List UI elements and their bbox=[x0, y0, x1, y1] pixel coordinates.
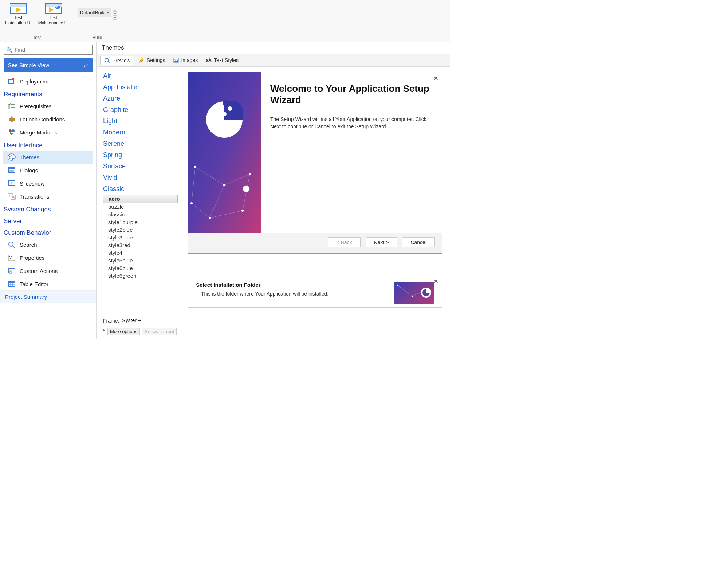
main-body: 🔍 See Simple View ⇄ Deployment Requireme… bbox=[0, 42, 450, 339]
image-icon bbox=[173, 57, 179, 63]
svg-rect-20 bbox=[8, 168, 15, 169]
sidebar-item-label: Search bbox=[20, 242, 37, 248]
back-button[interactable]: < Back bbox=[328, 237, 360, 247]
theme-category[interactable]: Graphite bbox=[103, 104, 178, 116]
close-icon[interactable]: ✕ bbox=[433, 74, 438, 82]
svg-rect-47 bbox=[188, 72, 261, 233]
tab-label: Preview bbox=[112, 58, 130, 63]
wizard-install-folder: ✕ Select Installation Folder This is the… bbox=[188, 276, 442, 308]
app-root: Test Installation UI Test Maintenance UI… bbox=[0, 0, 450, 339]
svg-point-12 bbox=[9, 129, 12, 132]
sidebar-item-search[interactable]: Search bbox=[0, 238, 96, 251]
tab-settings[interactable]: Settings bbox=[135, 55, 169, 65]
ribbon-group-test: Test Installation UI Test Maintenance UI… bbox=[0, 0, 74, 42]
test-installation-ui-button[interactable]: Test Installation UI bbox=[4, 2, 33, 27]
svg-point-13 bbox=[12, 129, 15, 132]
ribbon-group-test-label: Test bbox=[33, 34, 41, 41]
pencil-icon bbox=[139, 57, 145, 63]
sidebar-item-custom-actions[interactable]: Custom Actions bbox=[0, 264, 96, 277]
content-body: AirApp InstallerAzureGraphiteLightModern… bbox=[97, 67, 450, 339]
svg-point-63 bbox=[222, 112, 227, 116]
theme-variant[interactable]: style6green bbox=[103, 272, 178, 280]
sidebar-item-label: Dialogs bbox=[20, 167, 38, 173]
theme-variant[interactable]: style5blue bbox=[103, 257, 178, 264]
theme-variant[interactable]: style3blue bbox=[103, 234, 178, 241]
sidebar-item-label: Slideshow bbox=[20, 180, 44, 187]
svg-text:?: ? bbox=[11, 116, 13, 119]
svg-text:V=: V= bbox=[9, 256, 14, 260]
ribbon-group-build-label: Build bbox=[93, 34, 102, 41]
sidebar-item-launch-conditions[interactable]: ? Launch Conditions bbox=[0, 113, 96, 126]
table-icon bbox=[7, 280, 16, 288]
build-spinner-up[interactable]: ▴ bbox=[113, 8, 117, 12]
test-maintenance-ui-button[interactable]: Test Maintenance UI bbox=[37, 2, 70, 27]
sidebar-project-summary[interactable]: Project Summary bbox=[0, 290, 96, 303]
svg-point-15 bbox=[9, 156, 11, 157]
tab-images[interactable]: Images bbox=[169, 55, 201, 65]
text-icon: aA bbox=[206, 57, 212, 63]
see-simple-view-button[interactable]: See Simple View ⇄ bbox=[4, 58, 93, 72]
sidebar-item-themes[interactable]: Themes bbox=[3, 151, 93, 164]
tab-preview[interactable]: Preview bbox=[100, 56, 134, 65]
wizard2-body: This is the folder where Your Applicatio… bbox=[196, 291, 328, 297]
sidebar-item-translations[interactable]: A果 Translations bbox=[0, 190, 96, 203]
sidebar-item-label: Translations bbox=[20, 194, 49, 200]
theme-variant[interactable]: style6blue bbox=[103, 264, 178, 272]
sidebar-item-deployment[interactable]: Deployment bbox=[0, 75, 96, 88]
find-box[interactable]: 🔍 bbox=[4, 45, 93, 55]
theme-variant[interactable]: style3red bbox=[103, 241, 178, 249]
svg-point-59 bbox=[209, 217, 211, 219]
next-button[interactable]: Next > bbox=[366, 237, 397, 247]
svg-point-37 bbox=[10, 272, 11, 273]
theme-category[interactable]: App Installer bbox=[103, 82, 178, 93]
theme-variant[interactable]: aero bbox=[103, 195, 178, 203]
build-spinner-down[interactable]: ▾ bbox=[113, 12, 117, 16]
tab-label: Images bbox=[181, 57, 198, 63]
theme-category[interactable]: Light bbox=[103, 116, 178, 127]
sidebar-item-slideshow[interactable]: Slideshow bbox=[0, 177, 96, 190]
build-config-combo[interactable]: DefaultBuild ▾ bbox=[78, 8, 111, 17]
more-options-button[interactable]: More options bbox=[107, 328, 140, 335]
set-as-current-button[interactable]: Set as current bbox=[142, 328, 177, 335]
wizard2-title: Select Installation Folder bbox=[196, 282, 328, 288]
tab-text-styles[interactable]: aAText Styles bbox=[202, 55, 242, 65]
sidebar-item-properties[interactable]: V= Properties bbox=[0, 251, 96, 264]
svg-point-43 bbox=[105, 58, 109, 62]
theme-category[interactable]: Spring bbox=[103, 149, 178, 161]
svg-point-17 bbox=[13, 156, 14, 157]
theme-category[interactable]: Serene bbox=[103, 138, 178, 149]
build-spinner-menu[interactable]: ▾ bbox=[113, 16, 117, 20]
wizard-side-art bbox=[188, 72, 261, 233]
theme-variant[interactable]: puzzle bbox=[103, 203, 178, 211]
theme-variant[interactable]: classic bbox=[103, 211, 178, 218]
theme-category[interactable]: Surface bbox=[103, 161, 178, 172]
deployment-icon bbox=[7, 77, 16, 85]
theme-variant[interactable]: style1purple bbox=[103, 218, 178, 226]
swap-icon: ⇄ bbox=[84, 62, 88, 68]
window-play-icon bbox=[9, 3, 27, 15]
sidebar-item-label: Prerequisites bbox=[20, 103, 52, 109]
theme-category[interactable]: Classic bbox=[103, 183, 178, 195]
sidebar-item-dialogs[interactable]: Dialogs bbox=[0, 164, 96, 177]
cancel-button[interactable]: Cancel bbox=[402, 237, 435, 247]
sidebar-item-prerequisites[interactable]: Prerequisites bbox=[0, 99, 96, 113]
sidebar-item-merge-modules[interactable]: Merge Modules bbox=[0, 126, 96, 139]
theme-category[interactable]: Air bbox=[103, 70, 178, 82]
theme-category[interactable]: Vivid bbox=[103, 172, 178, 183]
theme-variant[interactable]: style2blue bbox=[103, 226, 178, 234]
theme-category[interactable]: Modern bbox=[103, 127, 178, 138]
frame-select[interactable]: Syster bbox=[121, 317, 142, 324]
merge-icon bbox=[7, 128, 16, 136]
theme-category[interactable]: Azure bbox=[103, 93, 178, 104]
expand-icon[interactable]: ▸ bbox=[103, 328, 105, 335]
ribbon: Test Installation UI Test Maintenance UI… bbox=[0, 0, 450, 42]
sidebar-item-table-editor[interactable]: Table Editor bbox=[0, 277, 96, 290]
find-input[interactable] bbox=[15, 47, 90, 53]
wizard-buttons: < Back Next > Cancel bbox=[188, 233, 442, 253]
slideshow-icon bbox=[7, 179, 16, 187]
sidebar-item-label: Merge Modules bbox=[20, 129, 57, 136]
theme-variant[interactable]: style4 bbox=[103, 249, 178, 257]
svg-point-55 bbox=[194, 166, 196, 168]
properties-icon: V= bbox=[7, 254, 16, 262]
svg-point-16 bbox=[11, 155, 12, 156]
